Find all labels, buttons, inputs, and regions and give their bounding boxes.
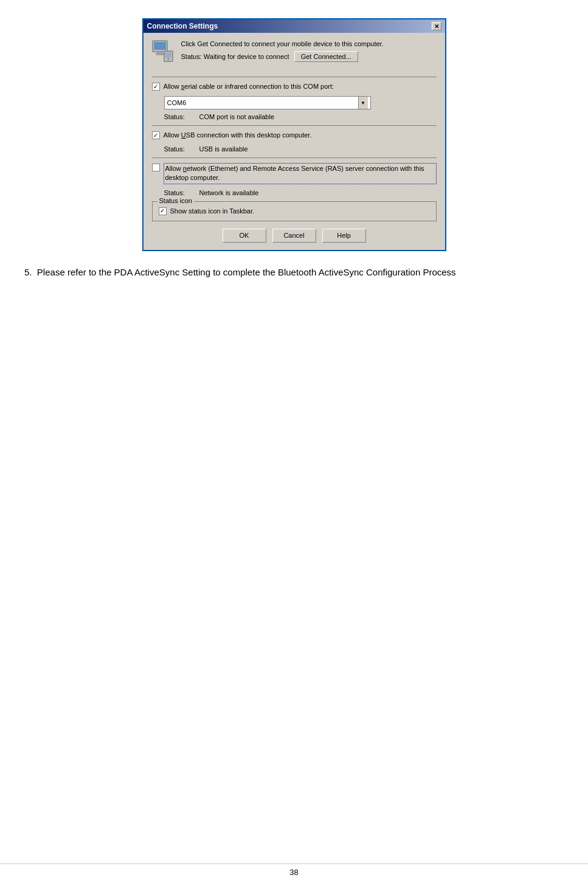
svg-rect-3 [156,54,164,55]
status-icon-group-label: Status icon [157,197,194,204]
dialog-titlebar: Connection Settings ✕ [144,19,445,33]
usb-checkbox-label: Allow USB connection with this desktop c… [164,131,312,140]
usb-status-row: Status: USB is available [164,145,437,153]
devices-svg [152,40,174,62]
network-status-value: Network is available [199,189,259,196]
serial-status-label: Status: [164,113,195,120]
usb-status-label: Status: [164,145,195,153]
usb-checkbox-row: Allow USB connection with this desktop c… [152,131,437,140]
separator-3 [152,157,437,158]
separator-2 [152,125,437,126]
help-button[interactable]: Help [322,229,366,243]
dialog-title: Connection Settings [147,22,218,30]
serial-status-row: Status: COM port is not available [164,113,437,120]
dialog-close-button[interactable]: ✕ [432,22,441,30]
page-content: Connection Settings ✕ [0,0,588,303]
step-number: 5. [24,267,32,277]
serial-checkbox-label: Allow serial cable or infrared connectio… [164,82,334,91]
get-connected-button[interactable]: Get Connected... [294,51,358,62]
status-icon-group: Status icon Show status icon in Taskbar. [152,201,437,221]
dialog-buttons-row: OK Cancel Help [152,229,437,243]
serial-indent-section: COM6 ▼ Status: COM port is not available [164,96,437,120]
network-status-label: Status: [164,189,195,196]
page-number: 38 [289,868,298,877]
connection-settings-dialog: Connection Settings ✕ [142,18,446,251]
show-status-checkbox[interactable] [159,207,167,215]
page-footer: 38 [0,863,588,877]
serial-checkbox[interactable] [152,83,160,91]
step-5-text: 5. Please refer to the PDA ActiveSync Se… [24,266,564,280]
com-port-combo-row: COM6 ▼ [164,96,437,109]
com-port-combo[interactable]: COM6 ▼ [164,96,371,109]
network-indent-section: Status: Network is available [164,189,437,196]
device-icon [152,40,174,62]
description-text: Click Get Connected to connect your mobi… [181,40,437,47]
svg-rect-5 [165,52,171,58]
cancel-button[interactable]: Cancel [272,229,316,243]
network-checkbox[interactable] [152,164,160,171]
combo-dropdown-arrow[interactable]: ▼ [358,97,368,109]
dialog-wrapper: Connection Settings ✕ [24,18,564,251]
serial-status-value: COM port is not available [199,113,275,120]
serial-checkbox-row: Allow serial cable or infrared connectio… [152,82,437,91]
usb-indent-section: Status: USB is available [164,145,437,153]
usb-status-value: USB is available [199,145,248,153]
usb-checkbox[interactable] [152,131,160,139]
dialog-body: Click Get Connected to connect your mobi… [144,33,445,250]
network-checkbox-row: Allow network (Ethernet) and Remote Acce… [152,163,437,184]
com-port-value: COM6 [167,99,187,106]
top-description-area: Click Get Connected to connect your mobi… [181,40,437,64]
separator-1 [152,77,437,77]
top-section: Click Get Connected to connect your mobi… [152,40,437,71]
show-status-checkbox-label: Show status icon in Taskbar. [170,207,255,216]
network-status-row: Status: Network is available [164,189,437,196]
step-description: Please refer to the PDA ActiveSync Setti… [37,267,456,277]
waiting-status-text: Status: Waiting for device to connect [181,53,289,60]
show-status-checkbox-row: Show status icon in Taskbar. [159,207,430,216]
network-checkbox-label: Allow network (Ethernet) and Remote Acce… [164,163,437,184]
ok-button[interactable]: OK [223,229,266,243]
svg-point-6 [167,58,169,60]
waiting-status-row: Status: Waiting for device to connect Ge… [181,51,437,62]
svg-rect-1 [154,42,166,50]
